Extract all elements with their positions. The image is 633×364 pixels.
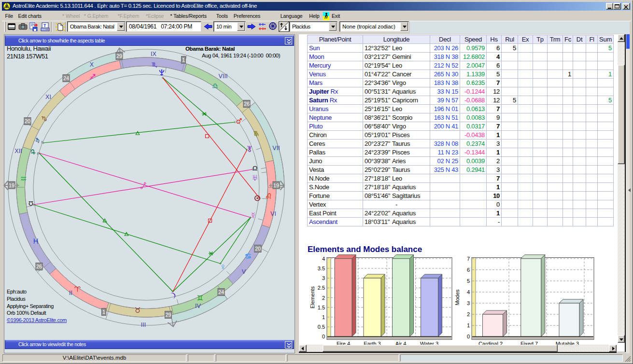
- svg-text:1: 1: [467, 322, 470, 328]
- svg-text:Modes: Modes: [454, 289, 460, 306]
- svg-text:1: 1: [322, 314, 325, 320]
- svg-text:2.5: 2.5: [318, 285, 325, 291]
- svg-text:4: 4: [322, 256, 325, 262]
- svg-text:7: 7: [467, 256, 470, 262]
- svg-text:0.5: 0.5: [318, 324, 325, 330]
- svg-text:3.5: 3.5: [318, 266, 325, 271]
- svg-text:1.5: 1.5: [318, 305, 325, 310]
- svg-text:6: 6: [467, 267, 470, 273]
- svg-text:0: 0: [322, 334, 325, 339]
- svg-text:0: 0: [467, 334, 470, 339]
- svg-text:5: 5: [467, 278, 470, 284]
- svg-text:Elements: Elements: [309, 286, 315, 308]
- svg-text:4: 4: [467, 289, 470, 295]
- svg-text:2: 2: [467, 311, 470, 317]
- svg-text:3: 3: [467, 300, 470, 306]
- svg-text:3: 3: [322, 275, 325, 281]
- svg-text:2: 2: [322, 295, 325, 301]
